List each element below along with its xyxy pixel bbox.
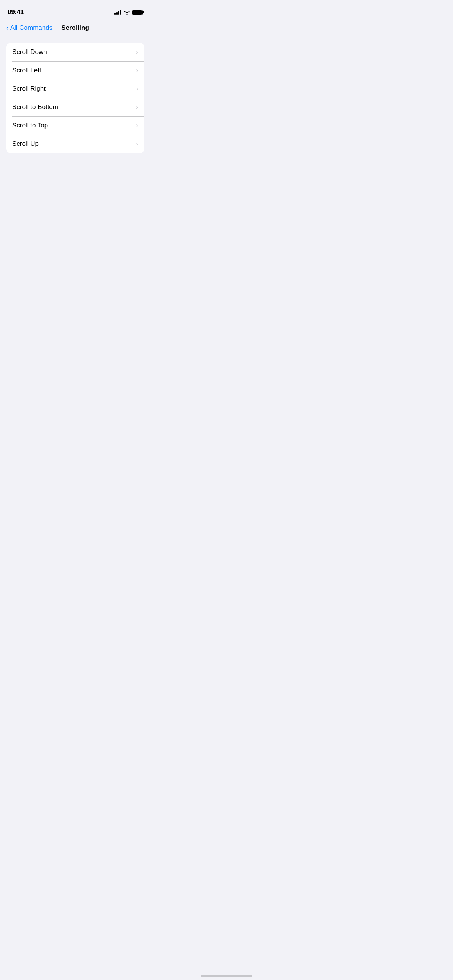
list-item-chevron-icon: › bbox=[136, 122, 138, 129]
list-item-label: Scroll Down bbox=[12, 48, 47, 56]
battery-icon bbox=[132, 10, 143, 15]
signal-bar-1 bbox=[114, 13, 116, 15]
list-item-label: Scroll Right bbox=[12, 85, 46, 93]
list-item-label: Scroll Up bbox=[12, 140, 39, 148]
wifi-icon bbox=[124, 10, 130, 15]
signal-bar-3 bbox=[118, 11, 119, 15]
list-item-chevron-icon: › bbox=[136, 48, 138, 56]
back-chevron-icon: ‹ bbox=[6, 23, 9, 32]
nav-bar: ‹ All Commands Scrolling bbox=[0, 19, 150, 35]
battery-fill bbox=[133, 10, 142, 15]
list-item-label: Scroll Left bbox=[12, 67, 41, 74]
status-time: 09:41 bbox=[8, 8, 24, 16]
list-item[interactable]: Scroll Right› bbox=[6, 80, 144, 98]
list-item-chevron-icon: › bbox=[136, 85, 138, 93]
back-button[interactable]: ‹ All Commands bbox=[6, 24, 52, 32]
list-item-chevron-icon: › bbox=[136, 67, 138, 74]
list-item[interactable]: Scroll to Bottom› bbox=[6, 98, 144, 116]
scroll-commands-list: Scroll Down›Scroll Left›Scroll Right›Scr… bbox=[6, 43, 144, 153]
list-item[interactable]: Scroll Down› bbox=[6, 43, 144, 61]
list-item-label: Scroll to Bottom bbox=[12, 103, 58, 111]
signal-bar-2 bbox=[116, 12, 118, 15]
list-item[interactable]: Scroll Up› bbox=[6, 135, 144, 153]
list-item-chevron-icon: › bbox=[136, 140, 138, 148]
content: Scroll Down›Scroll Left›Scroll Right›Scr… bbox=[0, 35, 150, 153]
list-item[interactable]: Scroll to Top› bbox=[6, 116, 144, 135]
list-item-chevron-icon: › bbox=[136, 103, 138, 111]
back-label: All Commands bbox=[10, 24, 53, 32]
status-bar: 09:41 bbox=[0, 0, 150, 19]
signal-icon bbox=[114, 10, 121, 15]
list-item-label: Scroll to Top bbox=[12, 122, 48, 129]
list-item[interactable]: Scroll Left› bbox=[6, 61, 144, 80]
status-icons bbox=[114, 10, 143, 15]
nav-title: Scrolling bbox=[61, 24, 89, 32]
signal-bar-4 bbox=[120, 10, 121, 15]
